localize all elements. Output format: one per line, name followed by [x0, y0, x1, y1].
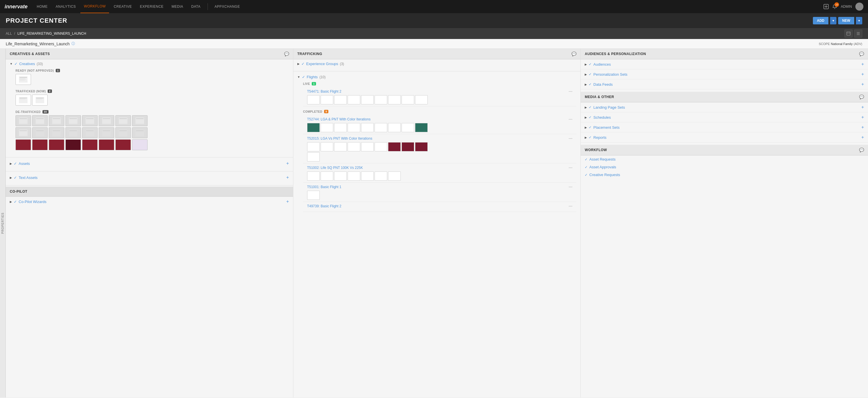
creatives-assets-chat-icon[interactable]: 💬 — [284, 52, 289, 56]
creative-thumb[interactable] — [49, 139, 64, 150]
flight-more-t52015[interactable]: ··· — [569, 136, 572, 141]
exp-groups-header[interactable]: ▶ ✓ Experience Groups (3) — [298, 62, 577, 66]
fl-thumb[interactable] — [334, 171, 347, 180]
fl-thumb[interactable] — [415, 142, 428, 152]
creative-thumb[interactable] — [16, 115, 31, 126]
notifications-bell[interactable]: 10 — [832, 4, 837, 9]
placement-sets-name[interactable]: Placement Sets — [593, 125, 619, 130]
creative-requests-name[interactable]: Creative Requests — [589, 173, 620, 177]
schedules-name[interactable]: Schedules — [593, 115, 611, 120]
exp-groups-title[interactable]: Experience Groups — [306, 62, 338, 66]
nav-data[interactable]: DATA — [188, 0, 204, 13]
fl-thumb[interactable] — [334, 142, 347, 152]
creative-thumb[interactable] — [99, 115, 114, 126]
creative-thumb[interactable] — [16, 95, 31, 105]
creative-thumb[interactable] — [115, 115, 131, 126]
creative-thumb[interactable] — [65, 139, 81, 150]
asset-approvals-name[interactable]: Asset Approvals — [589, 165, 616, 169]
landing-page-sets-name[interactable]: Landing Page Sets — [593, 105, 625, 109]
assets-add[interactable]: + — [286, 161, 289, 166]
audiences-name[interactable]: Audiences — [593, 62, 611, 67]
fl-thumb[interactable] — [415, 95, 428, 104]
text-assets-add[interactable]: + — [286, 175, 289, 180]
fl-thumb[interactable] — [307, 95, 320, 104]
creative-thumb[interactable] — [32, 127, 48, 138]
fl-thumb[interactable] — [307, 152, 320, 161]
fl-thumb[interactable] — [375, 142, 387, 152]
creative-thumb[interactable] — [49, 127, 64, 138]
fl-thumb[interactable] — [402, 95, 414, 104]
nav-analytics[interactable]: ANALYTICS — [52, 0, 79, 13]
reports-add[interactable]: + — [861, 135, 864, 140]
copilot-wizards-title[interactable]: Co-Pilot Wizards — [19, 200, 46, 204]
data-feeds-name[interactable]: Data Feeds — [593, 82, 613, 87]
fl-thumb[interactable] — [321, 171, 333, 180]
fl-thumb[interactable] — [361, 171, 374, 180]
landing-page-add[interactable]: + — [861, 105, 864, 110]
fl-thumb[interactable] — [307, 142, 320, 152]
fl-thumb[interactable] — [307, 171, 320, 180]
fl-thumb[interactable] — [348, 142, 360, 152]
fl-thumb[interactable] — [388, 95, 401, 104]
creative-thumb[interactable] — [99, 127, 114, 138]
fl-thumb[interactable] — [307, 191, 320, 200]
fl-thumb[interactable] — [348, 171, 360, 180]
data-feeds-add[interactable]: + — [861, 82, 864, 87]
creatives-title[interactable]: Creatives — [19, 62, 35, 66]
app-logo[interactable]: innervate — [5, 4, 28, 10]
nav-creative[interactable]: CREATIVE — [110, 0, 135, 13]
asset-requests-name[interactable]: Asset Requests — [589, 157, 615, 161]
creative-thumb[interactable] — [32, 95, 48, 105]
creative-thumb[interactable] — [16, 127, 31, 138]
creative-thumb[interactable] — [132, 139, 148, 150]
fl-thumb[interactable] — [361, 142, 374, 152]
creative-thumb[interactable] — [132, 127, 148, 138]
new-button[interactable]: NEW — [838, 17, 854, 24]
placement-sets-add[interactable]: + — [861, 125, 864, 130]
creative-thumb[interactable] — [32, 115, 48, 126]
campaign-info-icon[interactable]: ⓘ — [71, 41, 75, 46]
user-avatar[interactable] — [856, 3, 863, 11]
breadcrumb-all[interactable]: ALL — [6, 32, 12, 36]
creative-thumb[interactable] — [65, 115, 81, 126]
properties-tab[interactable]: PROPERTIES — [0, 49, 6, 397]
creative-thumb[interactable] — [82, 139, 98, 150]
fl-thumb[interactable] — [388, 171, 401, 180]
pers-sets-add[interactable]: + — [861, 72, 864, 77]
fl-thumb[interactable] — [375, 171, 387, 180]
fl-thumb[interactable] — [402, 123, 414, 132]
fl-thumb[interactable] — [388, 123, 401, 132]
fl-thumb[interactable] — [334, 123, 347, 132]
fl-thumb[interactable] — [321, 142, 333, 152]
creative-thumb[interactable] — [16, 74, 31, 85]
creatives-header[interactable]: ▼ ✓ Creatives (33) — [10, 62, 289, 66]
audiences-add[interactable]: + — [861, 62, 864, 67]
assets-title[interactable]: Assets — [19, 161, 30, 166]
fl-thumb[interactable] — [375, 123, 387, 132]
fl-thumb[interactable] — [361, 95, 374, 104]
audiences-chat-icon[interactable]: 💬 — [859, 52, 864, 56]
creative-thumb[interactable] — [82, 127, 98, 138]
creative-thumb[interactable] — [115, 127, 131, 138]
flight-more-t51002[interactable]: ··· — [569, 165, 572, 170]
copilot-wizards-header[interactable]: ▶ ✓ Co-Pilot Wizards + — [10, 199, 289, 204]
creative-thumb[interactable] — [115, 139, 131, 150]
list-view-icon[interactable] — [854, 30, 862, 38]
flights-header[interactable]: ▼ ✓ Flights (10) — [298, 75, 577, 79]
edit-view-icon[interactable] — [844, 30, 852, 38]
media-other-chat-icon[interactable]: 💬 — [859, 95, 864, 99]
fl-thumb[interactable] — [334, 95, 347, 104]
creative-thumb[interactable] — [16, 139, 31, 150]
fl-thumb[interactable] — [321, 95, 333, 104]
text-assets-title[interactable]: Text Assets — [19, 175, 38, 180]
flight-more-t49739[interactable]: ··· — [569, 204, 572, 209]
schedules-add[interactable]: + — [861, 115, 864, 120]
creative-thumb[interactable] — [82, 115, 98, 126]
text-assets-header[interactable]: ▶ ✓ Text Assets + — [10, 175, 289, 180]
creative-thumb[interactable] — [65, 127, 81, 138]
nav-media[interactable]: MEDIA — [168, 0, 187, 13]
nav-workflow[interactable]: WORKFLOW — [81, 0, 109, 13]
flight-more-t54471[interactable]: ··· — [569, 89, 572, 94]
creative-thumb[interactable] — [132, 115, 148, 126]
nav-home[interactable]: HOME — [33, 0, 51, 13]
